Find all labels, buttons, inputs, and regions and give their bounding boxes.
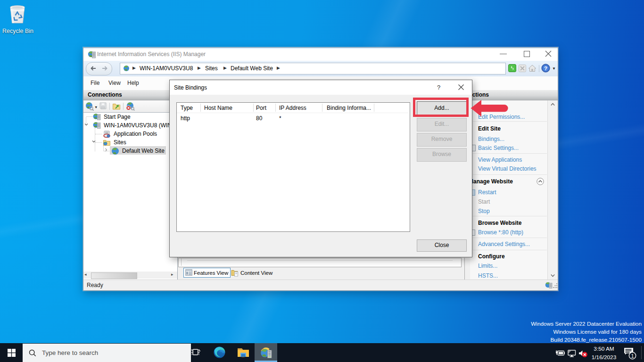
svg-text:1: 1 bbox=[631, 353, 634, 359]
svg-text:?: ? bbox=[544, 66, 547, 71]
